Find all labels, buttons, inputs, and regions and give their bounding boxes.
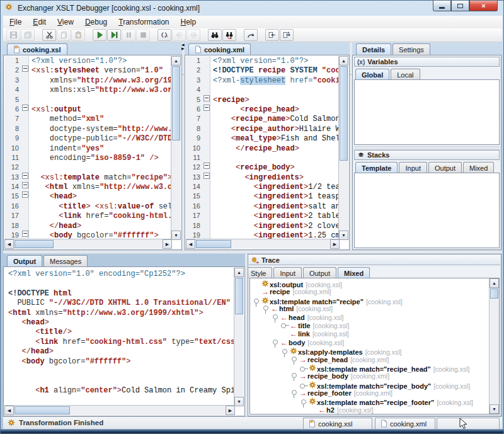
close-button[interactable]: × [469,1,498,11]
scroll-right-button[interactable]: ▶ [330,239,340,249]
xml-vertical-scrollbar[interactable]: ▲ ▼ [338,56,348,240]
tree-toggle-icon[interactable] [290,390,299,396]
fold-toggle-icon[interactable] [22,66,28,72]
tree-toggle-icon[interactable] [281,349,289,355]
output-horizontal-scrollbar[interactable]: ◀ ▶ [4,405,235,415]
stacks-tab-mixed[interactable]: Mixed [463,162,494,173]
menu-help[interactable]: Help [176,16,202,28]
trace-tab-style[interactable]: Style [248,267,272,278]
trace-node[interactable]: ←head[cooking.xsl] [251,314,488,322]
scroll-up-button[interactable]: ▲ [339,56,348,66]
trace-node[interactable]: ←html[cooking.xsl] [251,305,488,313]
trace-node[interactable]: ←body[cooking.xsl] [251,339,488,347]
variables-body[interactable] [354,79,500,145]
menu-edit[interactable]: Edit [28,16,51,28]
xml-code-area[interactable]: 1<?xml version="1.0"?>2<!DOCTYPE recipe … [186,56,339,240]
scroll-thumb[interactable] [340,66,348,161]
transform-button[interactable] [244,29,258,41]
tree-toggle-icon[interactable] [300,399,308,406]
tree-toggle-icon[interactable] [300,366,308,372]
menu-file[interactable]: File [4,16,26,28]
scroll-thumb[interactable] [172,66,180,140]
scroll-down-button[interactable]: ▼ [234,397,244,406]
fold-toggle-icon[interactable] [22,105,28,111]
minimize-button[interactable] [433,1,451,11]
tree-toggle-icon[interactable] [253,299,261,305]
tree-toggle-icon[interactable] [290,357,299,363]
fold-toggle-icon[interactable] [22,173,28,179]
fold-toggle-icon[interactable] [203,163,210,169]
fold-toggle-icon[interactable] [203,105,210,111]
scroll-thumb[interactable] [196,240,231,248]
file-tab-empty[interactable] [437,418,500,430]
output-tab-messages[interactable]: Messages [43,255,88,266]
xsl-code-area[interactable]: 1<?xml version="1.0"?>2<xsl:stylesheet v… [4,56,171,240]
xsl-vertical-scrollbar[interactable]: ▲ ▼ [171,56,181,240]
scroll-thumb[interactable] [14,406,70,414]
scroll-thumb[interactable] [490,288,498,299]
scroll-down-button[interactable]: ▼ [339,231,348,240]
scroll-down-button[interactable]: ▼ [171,231,181,240]
scroll-left-button[interactable]: ◀ [186,239,195,249]
variables-tab-local[interactable]: Local [391,69,420,80]
maximize-button[interactable] [451,1,469,11]
trace-node[interactable]: xsl:output[cooking.xsl] [251,280,488,288]
tab-details[interactable]: Details [356,43,391,55]
tree-toggle-icon[interactable] [300,383,308,389]
scroll-thumb[interactable] [14,240,54,248]
trace-node[interactable]: ←h2[cooking.xsl] [251,406,488,414]
run-button[interactable] [93,29,106,41]
splitter-collapse-icon[interactable]: ◀▶ [181,43,185,50]
scroll-right-button[interactable]: ▶ [226,406,235,415]
scroll-thumb[interactable] [235,278,243,314]
fold-toggle-icon[interactable] [203,173,210,179]
trace-node[interactable]: xsl:template match="recipe_body"[cooking… [251,381,488,389]
output-tab-output[interactable]: Output [7,255,42,266]
trace-node[interactable]: xsl:template match="recipe"[cooking.xsl] [251,297,488,305]
scroll-up-button[interactable]: ▲ [490,278,499,288]
trace-vertical-scrollbar[interactable]: ▲ ▼ [489,278,499,414]
scroll-right-button[interactable]: ▶ [163,239,172,249]
trace-node[interactable]: xsl:template match="recipe_head"[cooking… [251,364,488,372]
menu-view[interactable]: View [52,16,79,28]
find-button[interactable] [208,29,222,41]
menu-transformation[interactable]: Transformation [113,16,174,28]
goto-element-button[interactable] [158,29,171,41]
xsl-horizontal-scrollbar[interactable]: ◀ ▶ [4,239,172,249]
fold-toggle-icon[interactable] [22,231,28,237]
fold-toggle-icon[interactable] [203,95,210,101]
trace-tab-output[interactable]: Output [303,267,336,278]
cut-button[interactable] [42,29,56,41]
trace-node[interactable]: →recipe[cooking.xml] [251,288,488,296]
view-input-button[interactable] [265,29,279,41]
trace-node[interactable]: ←title[cooking.xsl] [251,322,488,330]
step-button[interactable] [107,29,121,41]
scroll-up-button[interactable]: ▲ [234,268,244,277]
trace-node[interactable]: ←link[cooking.xsl] [251,330,488,338]
trace-node[interactable]: xsl:apply-templates[cooking.xsl] [251,347,488,355]
output-text-area[interactable]: <?xml version="1.0" encoding="Cp1252"?><… [4,268,235,406]
scroll-down-button[interactable]: ▼ [490,404,499,414]
tab-cooking-xml[interactable]: cooking.xml [188,43,251,55]
stacks-tab-input[interactable]: Input [399,162,427,173]
xml-horizontal-scrollbar[interactable]: ◀ ▶ [186,239,340,249]
tree-toggle-icon[interactable] [262,306,270,312]
file-tab-cooking-xsl[interactable]: cooking.xsl [303,418,372,430]
variables-tab-global[interactable]: Global [355,69,389,80]
trace-node[interactable]: →recipe_body[cooking.xml] [251,372,488,380]
trace-tab-input[interactable]: Input [273,267,301,278]
scroll-left-button[interactable]: ◀ [4,239,14,249]
tab-settings[interactable]: Settings [392,43,430,55]
scroll-left-button[interactable]: ◀ [4,406,14,415]
trace-tab-mixed[interactable]: Mixed [338,267,370,278]
stacks-tab-template[interactable]: Template [355,162,398,173]
trace-node[interactable]: xsl:template match="recipe_footer"[cooki… [251,397,488,406]
view-output-button[interactable] [280,29,294,41]
stacks-tab-output[interactable]: Output [428,162,462,173]
fold-toggle-icon[interactable] [22,182,28,188]
tree-toggle-icon[interactable] [272,314,280,321]
fold-toggle-icon[interactable] [22,191,28,198]
scroll-up-button[interactable]: ▲ [171,56,181,66]
trace-tree[interactable]: xsl:output[cooking.xsl]→recipe[cooking.x… [251,280,488,414]
trace-node[interactable]: →recipe_footer[cooking.xml] [251,389,488,397]
